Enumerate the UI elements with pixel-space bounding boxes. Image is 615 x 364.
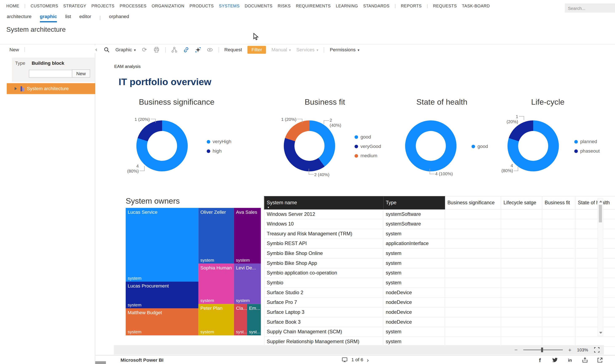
zoom-slider[interactable] (523, 347, 563, 353)
new-building-block-button[interactable]: New (72, 69, 90, 78)
legend-item[interactable]: veryHigh (207, 137, 231, 146)
donut-state-of-health[interactable] (405, 120, 457, 171)
sidebar-new-button[interactable]: New (10, 47, 19, 52)
subnav-item-graphic[interactable]: graphic (40, 14, 57, 22)
column-header-state-of-health[interactable]: State of health (575, 196, 615, 209)
expand-triangle-icon[interactable] (15, 87, 17, 90)
nav-item-reports[interactable]: REPORTS (401, 4, 422, 8)
subnav-item-architecture[interactable]: architecture (7, 14, 32, 22)
treemap-tile[interactable]: Peter Plansystem (198, 304, 234, 335)
horizontal-scrollbar[interactable] (95, 361, 106, 364)
nav-item-risks[interactable]: RISKS (278, 4, 291, 8)
tree-item-system-architecture[interactable]: System architecture (7, 83, 95, 94)
table-row[interactable]: Windows Server 2012systemSoftware (264, 209, 615, 219)
nav-item-requests[interactable]: REQUESTS (433, 4, 457, 8)
facebook-icon[interactable] (537, 357, 543, 363)
table-row[interactable]: Symbio Bike Shop Onlinesystem (264, 248, 615, 258)
nav-item-products[interactable]: PRODUCTS (189, 4, 214, 8)
eye-icon[interactable] (207, 46, 213, 53)
treemap-tile[interactable]: Lucas Procurementsystem (126, 282, 198, 308)
nav-item-systems[interactable]: SYSTEMS (219, 4, 239, 8)
cell-empty (542, 317, 575, 327)
refresh-icon[interactable]: ⟳ (141, 46, 148, 53)
column-header-business-significance[interactable]: Business significance (445, 196, 501, 209)
twitter-icon[interactable] (552, 357, 558, 363)
graphic-dropdown[interactable]: Graphic (116, 47, 136, 52)
legend-item[interactable]: phaseout (574, 146, 600, 156)
nav-item-projects[interactable]: PROJECTS (92, 4, 115, 8)
column-header-business-fit[interactable]: Business fit (542, 196, 575, 209)
nav-item-organization[interactable]: ORGANIZATION (152, 4, 184, 8)
manual-dropdown[interactable]: Manual (272, 47, 291, 52)
search-icon[interactable] (104, 46, 110, 53)
treemap-tile[interactable]: Cla...syst... (234, 304, 247, 335)
linkedin-icon[interactable] (567, 357, 573, 363)
table-row[interactable]: Symbiosystem (264, 278, 615, 288)
column-header-system-name[interactable]: System name (264, 196, 383, 209)
table-scrollbar[interactable] (598, 198, 603, 336)
table-row[interactable]: Windows 10systemSoftware (264, 219, 615, 229)
building-block-name-input[interactable] (29, 70, 73, 78)
table-row[interactable]: Symbio Bike Shop Appsystem (264, 258, 615, 268)
filter-button[interactable]: Filter (248, 46, 266, 53)
donut-life-cycle[interactable] (508, 120, 559, 171)
legend-item[interactable]: veryGood (354, 142, 381, 151)
treemap-tile[interactable]: Levi De...system (234, 263, 261, 304)
nav-item-strategy[interactable]: STRATEGY (63, 4, 86, 8)
treemap-tile[interactable]: Em...syst... (247, 304, 261, 335)
slider-thumb[interactable] (541, 348, 543, 352)
scroll-up-icon[interactable] (599, 200, 602, 202)
table-row[interactable]: Supply Chain Management (SCM)system (264, 327, 615, 337)
nav-item-learning[interactable]: LEARNING (336, 4, 358, 8)
link-icon[interactable] (183, 46, 189, 53)
sub-nav: architecturegraphiclisteditor|orphaned (0, 12, 615, 22)
subnav-item-list[interactable]: list (65, 14, 71, 22)
permissions-dropdown[interactable]: Permissions (330, 47, 359, 52)
nav-item-standards[interactable]: STANDARDS (363, 4, 389, 8)
table-row[interactable]: Surface Book 3nodeDevice (264, 317, 615, 327)
request-button[interactable]: Request (224, 47, 242, 52)
scrollbar-thumb[interactable] (599, 205, 602, 222)
subnav-item-orphaned[interactable]: orphaned (109, 14, 129, 22)
column-header-lifecycle-satge[interactable]: Lifecycle satge (501, 196, 542, 209)
share-icon[interactable] (582, 357, 588, 363)
column-header-type[interactable]: Type (383, 196, 445, 209)
zoom-in-button[interactable] (568, 347, 572, 353)
next-page-button[interactable] (367, 357, 368, 363)
hierarchy-icon[interactable] (171, 46, 177, 53)
popout-icon[interactable] (597, 357, 603, 363)
subnav-item-editor[interactable]: editor (79, 14, 91, 22)
table-row[interactable]: Symbio REST APIapplicationInterface (264, 239, 615, 249)
nav-item-processes[interactable]: PROCESSES (120, 4, 146, 8)
treemap-tile[interactable]: Sophia Humansystem (198, 263, 234, 304)
table-row[interactable]: Surface Studio 2nodeDevice (264, 288, 615, 298)
zoom-out-button[interactable] (514, 347, 518, 353)
collapse-sidebar-chevron[interactable] (93, 46, 99, 53)
donut-business-significance[interactable] (136, 120, 188, 171)
nav-item-home[interactable]: HOME (6, 4, 19, 8)
donut-business-fit[interactable] (284, 120, 335, 171)
services-dropdown[interactable]: Services (297, 47, 318, 52)
print-icon[interactable] (153, 46, 160, 53)
legend-item[interactable]: planned (574, 137, 600, 146)
table-row[interactable]: Symbio application co-operationsystem (264, 268, 615, 278)
legend-item[interactable]: good (354, 132, 381, 142)
nav-item-customers[interactable]: CUSTOMERS (31, 4, 58, 8)
search-input[interactable] (565, 4, 615, 13)
legend-item[interactable]: medium (354, 151, 381, 161)
legend-item[interactable]: high (207, 146, 231, 156)
fullscreen-icon[interactable] (594, 347, 600, 353)
legend-item[interactable]: good (471, 142, 488, 151)
scroll-down-icon[interactable] (599, 332, 602, 334)
table-row[interactable]: Surface Pro 7nodeDevice (264, 298, 615, 308)
treemap-tile[interactable]: Ava Salessystem (234, 208, 261, 263)
nav-item-requirements[interactable]: REQUIREMENTS (296, 4, 331, 8)
treemap-tile[interactable]: Oliver Zellersystem (198, 208, 234, 263)
table-row[interactable]: Surface Laptop 3nodeDevice (264, 307, 615, 317)
table-row[interactable]: Treasury and Risk Management (TRM)system (264, 229, 615, 239)
treemap-tile[interactable]: Matthew Budgetsystem (126, 308, 198, 335)
treemap-tile[interactable]: Lucas Servicesystem (126, 208, 198, 282)
star-icon[interactable] (195, 46, 201, 53)
nav-item-documents[interactable]: DOCUMENTS (245, 4, 273, 8)
nav-item-task-board[interactable]: TASK-BOARD (462, 4, 490, 8)
